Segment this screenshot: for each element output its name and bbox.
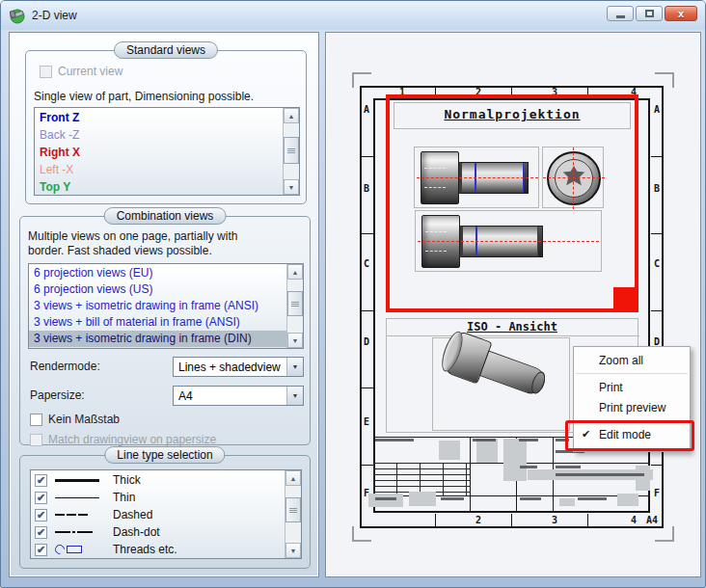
scroll-track[interactable] (284, 123, 299, 179)
line-type-row[interactable]: ✔ Thin (31, 489, 285, 506)
list-item[interactable]: 3 views + bill of material in frame (ANS… (29, 314, 286, 331)
ruler-tick (361, 388, 373, 388)
ruler-letter: A (364, 104, 369, 115)
scroll-track[interactable] (285, 486, 301, 543)
menu-item-zoom-all[interactable]: Zoom all (574, 350, 690, 370)
ruler-tick (435, 514, 436, 527)
rendermode-combo[interactable]: Lines + shadedview ▼ (173, 357, 304, 377)
list-item[interactable]: Right X (35, 144, 283, 161)
list-item-selected[interactable]: 3 views + isometric drawing in frame (DI… (29, 331, 286, 347)
iso-view-box (432, 337, 570, 431)
scroll-up-icon[interactable]: ▲ (287, 264, 303, 280)
thumb-grip (289, 508, 297, 513)
thumb-grip (287, 148, 295, 153)
list-item[interactable]: 3 views + isometric drawing in frame (AN… (29, 298, 286, 314)
threads-checkbox[interactable]: ✔ (35, 544, 47, 556)
normalprojektion-title-box: Normalprojektion (394, 102, 631, 129)
papersize-combo[interactable]: A4 ▼ (173, 386, 304, 406)
standard-views-caption: Standard views (114, 41, 218, 59)
current-view-checkbox-row[interactable]: Current view (40, 65, 122, 78)
maximize-button[interactable] (636, 6, 663, 21)
dialog-2d-view: 2-D view x Standard views Current view S… (0, 0, 706, 588)
kein-massstab-checkbox-row[interactable]: Kein Maßstab (30, 413, 120, 426)
line-type-list[interactable]: ✔ Thick ✔ Thin ✔ Dashed (30, 469, 302, 559)
scroll-down-icon[interactable]: ▼ (287, 333, 303, 348)
thin-label: Thin (113, 491, 135, 504)
screw-front-view[interactable] (542, 147, 604, 208)
line-type-row[interactable]: ✔ Dash-dot (31, 523, 285, 541)
ruler-letter: E (364, 416, 369, 427)
title-bar[interactable]: 2-D view x (1, 1, 705, 30)
scroll-thumb[interactable] (284, 137, 299, 164)
list-item[interactable]: Top Y (35, 178, 283, 195)
menu-item-print[interactable]: Print (574, 377, 690, 397)
ruler-letter: B (654, 183, 660, 194)
ruler-letter: A (654, 104, 660, 115)
match-drawingview-checkbox[interactable] (30, 434, 42, 446)
selected-view-region[interactable]: Normalprojektion (386, 94, 638, 312)
line-type-row[interactable]: ✔ Thick (31, 471, 285, 489)
scroll-up-icon[interactable]: ▲ (284, 108, 299, 123)
line-type-row[interactable]: ✔ Dashed (31, 506, 285, 523)
scroll-down-icon[interactable]: ▼ (284, 179, 299, 195)
screw-side-view-1[interactable] (414, 147, 539, 208)
thumb-grip (291, 302, 299, 307)
hidden-line (425, 251, 447, 252)
standard-views-scrollbar[interactable]: ▲ ▼ (283, 108, 299, 195)
minimize-button[interactable] (607, 6, 634, 21)
chevron-down-icon[interactable]: ▼ (286, 387, 303, 405)
ruler-number: 3 (552, 515, 557, 525)
close-button[interactable]: x (665, 6, 697, 21)
list-item[interactable]: Left -X (35, 161, 283, 178)
scroll-track[interactable] (287, 280, 303, 333)
line-type-scrollbar[interactable]: ▲ ▼ (285, 470, 301, 558)
scroll-thumb[interactable] (285, 497, 301, 522)
screw-side-view-2[interactable] (415, 210, 602, 272)
match-drawingview-checkbox-row[interactable]: Match drawingview on papersize (30, 433, 216, 446)
line-type-items: ✔ Thick ✔ Thin ✔ Dashed (31, 470, 285, 558)
thick-checkbox[interactable]: ✔ (35, 474, 47, 487)
menu-item-print-preview[interactable]: Print preview (574, 397, 690, 417)
selection-resize-handle[interactable] (613, 287, 635, 308)
ruler-tick (511, 514, 512, 527)
dashed-checkbox[interactable]: ✔ (35, 509, 47, 521)
normalprojektion-title: Normalprojektion (394, 107, 630, 121)
iso-shaft-cap (529, 370, 547, 396)
line-type-group: Line type selection ✔ Thick ✔ Thin ✔ (19, 455, 311, 569)
list-item[interactable]: Back -Z (35, 126, 283, 144)
kein-massstab-checkbox[interactable] (30, 414, 42, 426)
hidden-line (424, 168, 446, 169)
ruler-tick (651, 310, 664, 311)
line-type-row[interactable]: ✔ Threads etc. (31, 541, 285, 558)
window-title: 2-D view (32, 9, 77, 22)
dash-dot-checkbox[interactable]: ✔ (35, 526, 47, 539)
centerline (543, 177, 605, 178)
hidden-line (424, 187, 446, 188)
scroll-up-icon[interactable]: ▲ (285, 470, 301, 486)
preview-panel[interactable]: 1 2 3 4 2 3 4 A4 A B C D E F A B C D E F (325, 32, 701, 577)
centerline (573, 147, 574, 209)
list-item[interactable]: 6 projection views (US) (29, 281, 286, 298)
combination-views-scrollbar[interactable]: ▲ ▼ (286, 264, 303, 348)
scroll-down-icon[interactable]: ▼ (285, 543, 301, 558)
combination-views-list[interactable]: 6 projection views (EU) 6 projection vie… (28, 263, 304, 349)
maximize-icon (645, 10, 654, 17)
standard-views-list[interactable]: Front Z Back -Z Right X Left -X Top Y ▲ … (34, 107, 300, 196)
paper-corner-mark (655, 526, 674, 542)
rendermode-value: Lines + shadedview (174, 361, 286, 374)
ruler-number: 2 (475, 515, 481, 525)
centerline (418, 241, 599, 242)
dashed-line-icon (55, 514, 105, 516)
chevron-down-icon[interactable]: ▼ (286, 358, 303, 376)
current-view-checkbox[interactable] (40, 66, 52, 78)
thin-checkbox[interactable]: ✔ (35, 492, 47, 504)
list-item[interactable]: Front Z (35, 109, 283, 126)
ruler-tick (361, 310, 373, 311)
scroll-thumb[interactable] (287, 291, 303, 316)
ruler-tick (361, 465, 373, 466)
dashed-label: Dashed (113, 508, 152, 521)
combination-views-items: 6 projection views (EU) 6 projection vie… (29, 264, 286, 348)
list-item[interactable]: 6 projection views (EU) (29, 265, 286, 281)
standard-views-group: Standard views Current view Single view … (25, 50, 307, 204)
thick-label: Thick (113, 473, 141, 487)
